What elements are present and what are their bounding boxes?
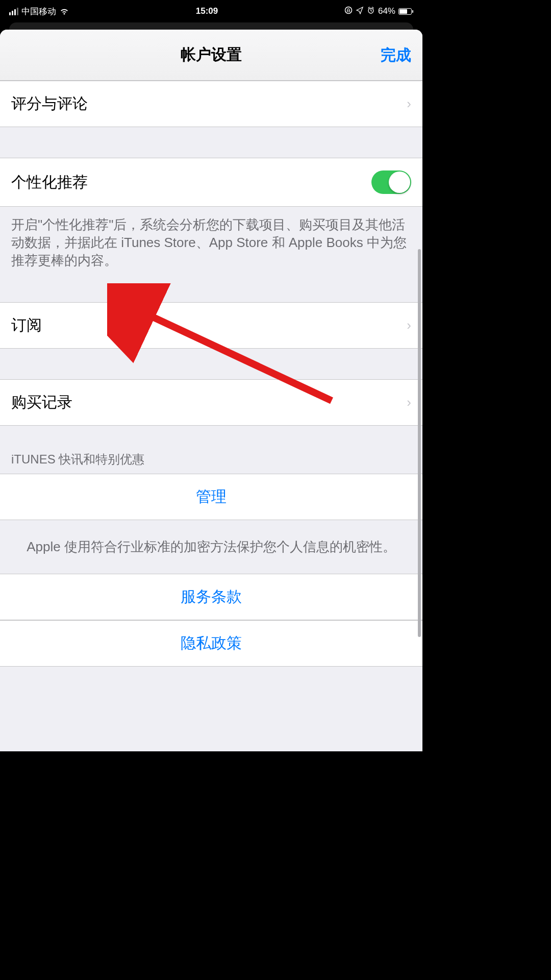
orientation-lock-icon	[344, 6, 353, 17]
battery-pct: 64%	[378, 6, 395, 16]
privacy-policy-button[interactable]: 隐私政策	[0, 621, 422, 667]
manage-button[interactable]: 管理	[0, 474, 422, 520]
ratings-reviews-label: 评分与评论	[11, 93, 88, 114]
content: 评分与评论 › 个性化推荐 开启"个性化推荐"后，系统会分析您的下载项目、购买项…	[0, 81, 422, 667]
alarm-icon	[367, 6, 375, 17]
privacy-label: 隐私政策	[181, 633, 242, 654]
subscriptions-label: 订阅	[11, 315, 42, 336]
terms-of-service-button[interactable]: 服务条款	[0, 574, 422, 620]
ratings-reviews-row[interactable]: 评分与评论 ›	[0, 81, 422, 127]
purchase-history-label: 购买记录	[11, 392, 72, 413]
location-icon	[356, 6, 364, 17]
chevron-right-icon: ›	[407, 317, 411, 333]
personalized-label: 个性化推荐	[11, 172, 88, 193]
personalized-toggle[interactable]	[371, 170, 411, 194]
terms-label: 服务条款	[181, 586, 242, 607]
scrollbar[interactable]	[418, 249, 421, 637]
purchase-history-row[interactable]: 购买记录 ›	[0, 379, 422, 426]
wifi-icon	[59, 8, 69, 15]
personalized-recommendations-row: 个性化推荐	[0, 158, 422, 207]
carrier-label: 中国移动	[21, 6, 56, 17]
signal-icon	[9, 8, 18, 15]
clock: 15:09	[196, 6, 218, 16]
status-bar: 中国移动 15:09 64%	[0, 0, 422, 22]
subscriptions-row[interactable]: 订阅 ›	[0, 302, 422, 349]
personalized-footer: 开启"个性化推荐"后，系统会分析您的下载项目、购买项目及其他活动数据，并据此在 …	[0, 207, 422, 284]
done-button[interactable]: 完成	[381, 44, 411, 65]
page-title: 帐户设置	[181, 44, 242, 65]
account-settings-sheet: 帐户设置 完成 评分与评论 › 个性化推荐 开启"个性化推荐"后，系统会分析您的…	[0, 30, 422, 751]
status-left: 中国移动	[9, 6, 69, 17]
chevron-right-icon: ›	[407, 395, 411, 410]
chevron-right-icon: ›	[407, 96, 411, 112]
itunes-section-header: iTUNES 快讯和特别优惠	[0, 426, 422, 474]
status-right: 64%	[344, 6, 413, 17]
battery-icon	[398, 8, 413, 15]
encryption-note: Apple 使用符合行业标准的加密方法保护您个人信息的机密性。	[0, 520, 422, 573]
manage-label: 管理	[196, 486, 227, 507]
sheet-header: 帐户设置 完成	[0, 30, 422, 81]
